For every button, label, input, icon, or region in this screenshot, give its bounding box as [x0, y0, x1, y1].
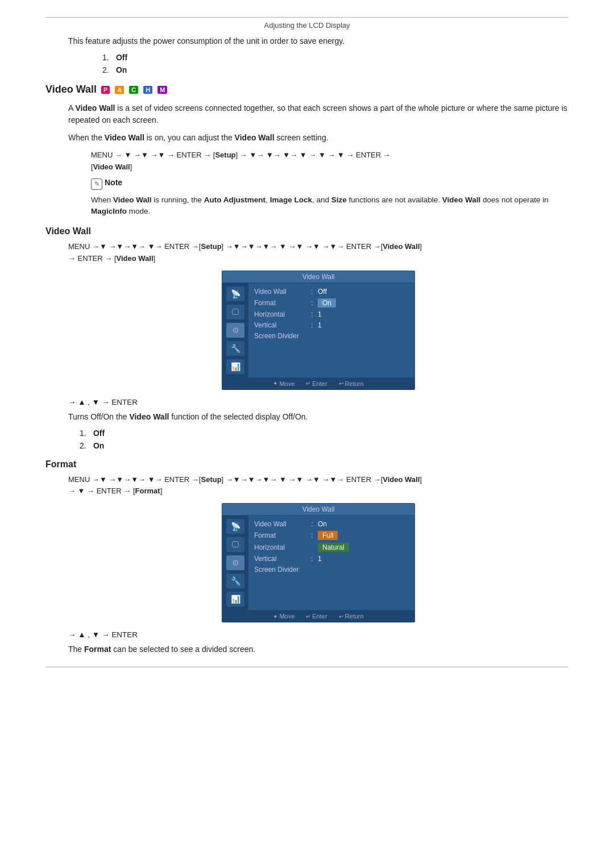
- format-content: Video Wall : On Format : Full Horizontal…: [248, 516, 414, 610]
- vw-content: Video Wall : Off Format : On Horizontal …: [248, 283, 414, 377]
- format-row-vertical: Vertical : 1: [254, 555, 409, 563]
- vw-val-horizontal: 1: [318, 310, 322, 318]
- video-wall-heading: Video Wall P A C H M: [45, 84, 569, 95]
- vw-row-horizontal: Horizontal : 1: [254, 310, 409, 318]
- format-enter-icon: ↵: [306, 613, 310, 620]
- format-footer-enter: ↵ Enter: [306, 613, 327, 620]
- footer-enter-label: Enter: [312, 380, 327, 387]
- vw-val-format: On: [318, 298, 336, 308]
- format-sidebar: 📡 🖵 ⚙ 🔧 📊: [222, 516, 248, 610]
- format-menu-path: MENU →▼ →▼→▼→ ▼→ ENTER →[Setup] →▼→▼→▼→ …: [68, 474, 569, 498]
- format-label-format: Format: [254, 531, 311, 539]
- badge-c: C: [129, 86, 138, 94]
- vw-label-screendivider: Screen Divider: [254, 332, 311, 340]
- badge-a: A: [115, 86, 124, 94]
- format-sidebar-icon-1: 📡: [226, 519, 244, 534]
- format-sidebar-icon-5: 📊: [226, 592, 244, 607]
- intro-text: This feature adjusts the power consumpti…: [68, 35, 569, 47]
- move-icon: ✦: [273, 380, 277, 387]
- format-footer-move: ✦ Move: [273, 613, 294, 620]
- format-desc-section: The Format can be selected to see a divi…: [68, 643, 569, 655]
- note-box: ✎ Note: [91, 178, 569, 190]
- arrow-nav2: → ▲ , ▼ → ENTER: [68, 630, 569, 639]
- format-window: Video Wall 📡 🖵 ⚙ 🔧 📊 Video Wall : On: [222, 503, 415, 622]
- on-label2: On: [93, 441, 104, 450]
- vw-label-horizontal: Horizontal: [254, 310, 311, 318]
- vw-val-vertical: 1: [318, 321, 322, 329]
- off-label: Off: [116, 53, 127, 62]
- off-on-list: 1. Off 2. On: [102, 53, 569, 74]
- top-rule: [45, 17, 569, 18]
- enter-icon: ↵: [306, 380, 310, 387]
- format-val-videowall: On: [318, 520, 327, 528]
- page-container: Adjusting the LCD Display This feature a…: [0, 0, 614, 690]
- vw-sub-menu-path: MENU →▼ →▼→▼→ ▼→ ENTER →[Setup] →▼→▼→▼→ …: [68, 241, 569, 265]
- sidebar-icon-2: 🖵: [226, 305, 244, 319]
- sidebar-icon-3: ⚙: [226, 323, 244, 338]
- vw-label-format: Format: [254, 299, 311, 307]
- footer-enter: ↵ Enter: [306, 380, 327, 387]
- vw-desc2: When the Video Wall is on, you can adjus…: [68, 132, 569, 144]
- sidebar-icon-4: 🔧: [226, 341, 244, 356]
- format-row-screendivider: Screen Divider: [254, 566, 409, 574]
- list-item-off2: 1. Off: [80, 429, 569, 438]
- vw-label-vertical: Vertical: [254, 321, 311, 329]
- format-desc: The Format can be selected to see a divi…: [68, 643, 569, 655]
- intro-section: This feature adjusts the power consumpti…: [68, 35, 569, 74]
- footer-move: ✦ Move: [273, 380, 294, 387]
- off-on-list2: 1. Off 2. On: [80, 429, 569, 450]
- arrow-nav1: → ▲ , ▼ → ENTER: [68, 398, 569, 406]
- vw-sub-heading: Video Wall: [45, 226, 569, 236]
- format-sidebar-icon-3: ⚙: [226, 555, 244, 570]
- vw-window: Video Wall 📡 🖵 ⚙ 🔧 📊 Video Wall : Off: [222, 271, 415, 390]
- sidebar-icon-1: 📡: [226, 286, 244, 301]
- vw-row-format: Format : On: [254, 298, 409, 308]
- format-val-horizontal: Natural: [318, 543, 349, 552]
- vw-row-videowall: Video Wall : Off: [254, 288, 409, 296]
- format-row-horizontal: Horizontal Natural: [254, 543, 409, 552]
- format-screenshot: Video Wall 📡 🖵 ⚙ 🔧 📊 Video Wall : On: [68, 503, 569, 622]
- on-label: On: [116, 65, 127, 74]
- format-footer-enter-label: Enter: [312, 613, 327, 620]
- format-return-icon: ↩: [339, 613, 343, 620]
- vw-row-vertical: Vertical : 1: [254, 321, 409, 329]
- note-icon: ✎: [91, 178, 102, 190]
- badge-h: H: [143, 86, 152, 94]
- vw-turns-text: Turns Off/On the Video Wall function of …: [68, 411, 569, 423]
- format-sidebar-icon-2: 🖵: [226, 537, 244, 552]
- vw-sidebar: 📡 🖵 ⚙ 🔧 📊: [222, 283, 248, 377]
- format-heading: Format: [45, 459, 569, 470]
- format-label-screendivider: Screen Divider: [254, 566, 311, 574]
- format-sidebar-icon-4: 🔧: [226, 574, 244, 588]
- vw-row-screendivider: Screen Divider: [254, 332, 409, 340]
- footer-move-label: Move: [279, 380, 294, 387]
- vw-turns-section: Turns Off/On the Video Wall function of …: [68, 411, 569, 423]
- vw-label-videowall: Video Wall: [254, 288, 311, 296]
- return-icon: ↩: [339, 380, 343, 387]
- format-label-vertical: Vertical: [254, 555, 311, 563]
- off-label2: Off: [93, 429, 105, 438]
- menu-path-vw: MENU → ▼ →▼ →▼ → ENTER → [Setup] → ▼→ ▼→…: [91, 149, 569, 173]
- page-header: Adjusting the LCD Display: [45, 21, 569, 30]
- badge-m: M: [157, 86, 167, 94]
- badge-p: P: [101, 86, 110, 94]
- format-row-videowall: Video Wall : On: [254, 520, 409, 528]
- vw-desc1: A Video Wall is a set of video screens c…: [68, 102, 569, 126]
- note-text: When Video Wall is running, the Auto Adj…: [91, 194, 569, 218]
- list-item-on: 2. On: [102, 65, 569, 74]
- format-val-vertical: 1: [318, 555, 322, 563]
- format-footer-return-label: Return: [345, 613, 364, 620]
- vw-body: 📡 🖵 ⚙ 🔧 📊 Video Wall : Off Format :: [222, 283, 414, 377]
- footer-return-label: Return: [345, 380, 364, 387]
- note-label: Note: [105, 178, 122, 187]
- format-val-format: Full: [318, 531, 338, 540]
- vw-val-videowall: Off: [318, 288, 327, 296]
- footer-return: ↩ Return: [339, 380, 364, 387]
- format-title-bar: Video Wall: [222, 504, 414, 516]
- format-move-icon: ✦: [273, 613, 277, 620]
- vw-description-section: A Video Wall is a set of video screens c…: [68, 102, 569, 217]
- format-footer: ✦ Move ↵ Enter ↩ Return: [222, 610, 414, 622]
- bottom-rule: [45, 667, 569, 667]
- list-item-off: 1. Off: [102, 53, 569, 62]
- vw-footer: ✦ Move ↵ Enter ↩ Return: [222, 377, 414, 389]
